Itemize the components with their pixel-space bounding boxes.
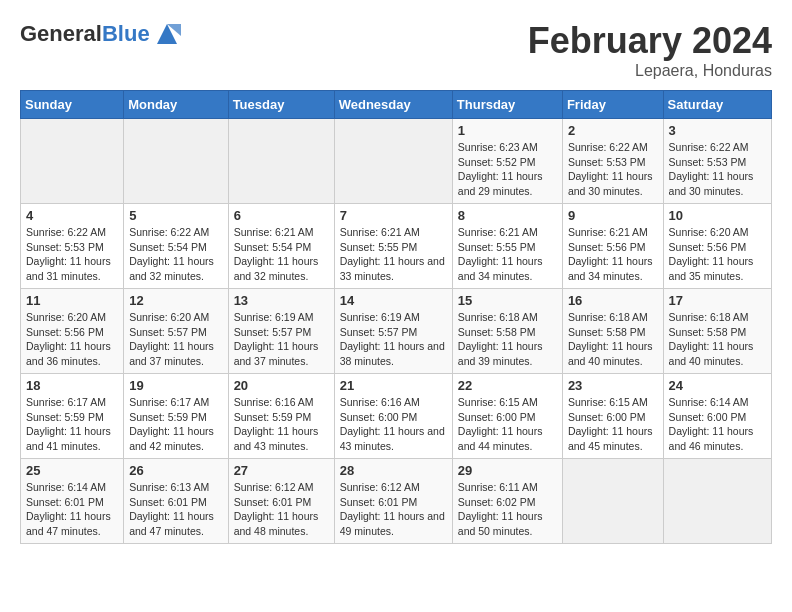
day-number: 28 xyxy=(340,463,447,478)
col-friday: Friday xyxy=(562,91,663,119)
col-monday: Monday xyxy=(124,91,228,119)
table-row: 21Sunrise: 6:16 AMSunset: 6:00 PMDayligh… xyxy=(334,374,452,459)
day-info: Sunrise: 6:11 AMSunset: 6:02 PMDaylight:… xyxy=(458,480,557,539)
day-number: 9 xyxy=(568,208,658,223)
table-row: 29Sunrise: 6:11 AMSunset: 6:02 PMDayligh… xyxy=(452,459,562,544)
table-row: 12Sunrise: 6:20 AMSunset: 5:57 PMDayligh… xyxy=(124,289,228,374)
table-row xyxy=(21,119,124,204)
calendar-week-2: 11Sunrise: 6:20 AMSunset: 5:56 PMDayligh… xyxy=(21,289,772,374)
day-info: Sunrise: 6:13 AMSunset: 6:01 PMDaylight:… xyxy=(129,480,222,539)
day-info: Sunrise: 6:16 AMSunset: 5:59 PMDaylight:… xyxy=(234,395,329,454)
day-info: Sunrise: 6:23 AMSunset: 5:52 PMDaylight:… xyxy=(458,140,557,199)
day-number: 14 xyxy=(340,293,447,308)
page-header: GeneralBlue February 2024 Lepaera, Hondu… xyxy=(20,20,772,80)
table-row xyxy=(228,119,334,204)
table-row: 16Sunrise: 6:18 AMSunset: 5:58 PMDayligh… xyxy=(562,289,663,374)
table-row: 28Sunrise: 6:12 AMSunset: 6:01 PMDayligh… xyxy=(334,459,452,544)
day-info: Sunrise: 6:21 AMSunset: 5:56 PMDaylight:… xyxy=(568,225,658,284)
day-number: 10 xyxy=(669,208,766,223)
location-subtitle: Lepaera, Honduras xyxy=(528,62,772,80)
day-info: Sunrise: 6:22 AMSunset: 5:53 PMDaylight:… xyxy=(669,140,766,199)
day-info: Sunrise: 6:17 AMSunset: 5:59 PMDaylight:… xyxy=(129,395,222,454)
day-number: 24 xyxy=(669,378,766,393)
day-info: Sunrise: 6:15 AMSunset: 6:00 PMDaylight:… xyxy=(458,395,557,454)
table-row: 9Sunrise: 6:21 AMSunset: 5:56 PMDaylight… xyxy=(562,204,663,289)
calendar-header: Sunday Monday Tuesday Wednesday Thursday… xyxy=(21,91,772,119)
col-tuesday: Tuesday xyxy=(228,91,334,119)
table-row xyxy=(124,119,228,204)
table-row: 3Sunrise: 6:22 AMSunset: 5:53 PMDaylight… xyxy=(663,119,771,204)
day-info: Sunrise: 6:20 AMSunset: 5:56 PMDaylight:… xyxy=(26,310,118,369)
day-info: Sunrise: 6:22 AMSunset: 5:53 PMDaylight:… xyxy=(26,225,118,284)
day-info: Sunrise: 6:21 AMSunset: 5:55 PMDaylight:… xyxy=(458,225,557,284)
table-row: 27Sunrise: 6:12 AMSunset: 6:01 PMDayligh… xyxy=(228,459,334,544)
day-number: 11 xyxy=(26,293,118,308)
calendar-table: Sunday Monday Tuesday Wednesday Thursday… xyxy=(20,90,772,544)
calendar-week-3: 18Sunrise: 6:17 AMSunset: 5:59 PMDayligh… xyxy=(21,374,772,459)
col-thursday: Thursday xyxy=(452,91,562,119)
day-number: 29 xyxy=(458,463,557,478)
day-number: 15 xyxy=(458,293,557,308)
table-row: 14Sunrise: 6:19 AMSunset: 5:57 PMDayligh… xyxy=(334,289,452,374)
day-number: 6 xyxy=(234,208,329,223)
table-row: 6Sunrise: 6:21 AMSunset: 5:54 PMDaylight… xyxy=(228,204,334,289)
day-number: 22 xyxy=(458,378,557,393)
day-number: 18 xyxy=(26,378,118,393)
day-info: Sunrise: 6:19 AMSunset: 5:57 PMDaylight:… xyxy=(340,310,447,369)
day-number: 5 xyxy=(129,208,222,223)
table-row: 25Sunrise: 6:14 AMSunset: 6:01 PMDayligh… xyxy=(21,459,124,544)
table-row: 23Sunrise: 6:15 AMSunset: 6:00 PMDayligh… xyxy=(562,374,663,459)
day-info: Sunrise: 6:18 AMSunset: 5:58 PMDaylight:… xyxy=(568,310,658,369)
table-row: 11Sunrise: 6:20 AMSunset: 5:56 PMDayligh… xyxy=(21,289,124,374)
header-row: Sunday Monday Tuesday Wednesday Thursday… xyxy=(21,91,772,119)
day-number: 8 xyxy=(458,208,557,223)
table-row: 18Sunrise: 6:17 AMSunset: 5:59 PMDayligh… xyxy=(21,374,124,459)
day-number: 2 xyxy=(568,123,658,138)
day-number: 1 xyxy=(458,123,557,138)
table-row: 8Sunrise: 6:21 AMSunset: 5:55 PMDaylight… xyxy=(452,204,562,289)
col-saturday: Saturday xyxy=(663,91,771,119)
day-number: 13 xyxy=(234,293,329,308)
day-number: 19 xyxy=(129,378,222,393)
day-number: 4 xyxy=(26,208,118,223)
day-info: Sunrise: 6:14 AMSunset: 6:01 PMDaylight:… xyxy=(26,480,118,539)
table-row: 1Sunrise: 6:23 AMSunset: 5:52 PMDaylight… xyxy=(452,119,562,204)
day-info: Sunrise: 6:16 AMSunset: 6:00 PMDaylight:… xyxy=(340,395,447,454)
day-number: 12 xyxy=(129,293,222,308)
table-row xyxy=(334,119,452,204)
day-info: Sunrise: 6:12 AMSunset: 6:01 PMDaylight:… xyxy=(340,480,447,539)
col-sunday: Sunday xyxy=(21,91,124,119)
day-number: 17 xyxy=(669,293,766,308)
day-number: 7 xyxy=(340,208,447,223)
day-number: 20 xyxy=(234,378,329,393)
day-info: Sunrise: 6:17 AMSunset: 5:59 PMDaylight:… xyxy=(26,395,118,454)
day-info: Sunrise: 6:22 AMSunset: 5:54 PMDaylight:… xyxy=(129,225,222,284)
table-row xyxy=(663,459,771,544)
month-title: February 2024 xyxy=(528,20,772,62)
table-row: 5Sunrise: 6:22 AMSunset: 5:54 PMDaylight… xyxy=(124,204,228,289)
day-number: 26 xyxy=(129,463,222,478)
day-info: Sunrise: 6:18 AMSunset: 5:58 PMDaylight:… xyxy=(669,310,766,369)
table-row: 10Sunrise: 6:20 AMSunset: 5:56 PMDayligh… xyxy=(663,204,771,289)
table-row: 13Sunrise: 6:19 AMSunset: 5:57 PMDayligh… xyxy=(228,289,334,374)
table-row: 4Sunrise: 6:22 AMSunset: 5:53 PMDaylight… xyxy=(21,204,124,289)
day-number: 16 xyxy=(568,293,658,308)
table-row: 7Sunrise: 6:21 AMSunset: 5:55 PMDaylight… xyxy=(334,204,452,289)
day-info: Sunrise: 6:20 AMSunset: 5:57 PMDaylight:… xyxy=(129,310,222,369)
day-number: 21 xyxy=(340,378,447,393)
day-info: Sunrise: 6:19 AMSunset: 5:57 PMDaylight:… xyxy=(234,310,329,369)
day-info: Sunrise: 6:18 AMSunset: 5:58 PMDaylight:… xyxy=(458,310,557,369)
table-row xyxy=(562,459,663,544)
logo: GeneralBlue xyxy=(20,20,181,48)
table-row: 20Sunrise: 6:16 AMSunset: 5:59 PMDayligh… xyxy=(228,374,334,459)
day-info: Sunrise: 6:21 AMSunset: 5:54 PMDaylight:… xyxy=(234,225,329,284)
table-row: 19Sunrise: 6:17 AMSunset: 5:59 PMDayligh… xyxy=(124,374,228,459)
table-row: 15Sunrise: 6:18 AMSunset: 5:58 PMDayligh… xyxy=(452,289,562,374)
calendar-body: 1Sunrise: 6:23 AMSunset: 5:52 PMDaylight… xyxy=(21,119,772,544)
calendar-week-1: 4Sunrise: 6:22 AMSunset: 5:53 PMDaylight… xyxy=(21,204,772,289)
day-info: Sunrise: 6:12 AMSunset: 6:01 PMDaylight:… xyxy=(234,480,329,539)
logo-icon xyxy=(153,20,181,48)
table-row: 2Sunrise: 6:22 AMSunset: 5:53 PMDaylight… xyxy=(562,119,663,204)
day-number: 23 xyxy=(568,378,658,393)
day-info: Sunrise: 6:15 AMSunset: 6:00 PMDaylight:… xyxy=(568,395,658,454)
